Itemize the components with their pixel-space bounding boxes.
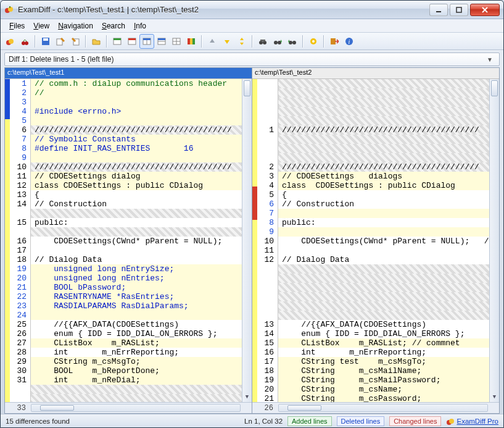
right-path[interactable]: c:\temp\Test\_test2 [252,68,499,79]
code-line[interactable] [278,283,489,292]
code-line[interactable]: { [278,190,489,199]
view-grid-icon[interactable] [170,35,183,48]
code-line[interactable] [278,209,489,218]
view-rainbow-icon[interactable] [184,35,198,48]
code-line[interactable]: // comm.h : dialup communications header [31,79,242,88]
code-line[interactable]: unsigned long nEntries; [31,274,242,283]
code-line[interactable] [278,227,489,237]
code-line[interactable]: // [31,88,242,98]
code-line[interactable]: CString m_csPassword; [278,394,489,402]
code-line[interactable] [278,311,489,320]
folder-icon[interactable] [89,35,103,48]
find-next-icon[interactable] [271,35,284,48]
code-line[interactable]: public: [278,218,489,227]
chevron-down-icon[interactable]: ▼ [484,56,495,63]
code-line[interactable] [31,98,242,107]
code-line[interactable]: CString m_csMsgTo; [31,357,242,366]
gear-yellow-icon[interactable] [307,35,320,48]
code-line[interactable]: // CDOESettings dialog [31,172,242,181]
code-line[interactable] [278,107,489,116]
minimize-button[interactable] [429,4,448,16]
arrow-up-gray-icon[interactable] [205,35,219,48]
arrow-updown-icon[interactable] [235,35,249,48]
code-line[interactable]: RASENTRYNAME *RasEntries; [31,292,242,301]
code-line[interactable]: //{{AFX_DATA(CDOESettings) [278,320,489,329]
right-hscrollbar[interactable] [278,404,488,412]
view-split-vert-icon[interactable] [140,35,154,48]
view-green-icon[interactable] [110,35,124,48]
save-blue-icon[interactable] [39,35,52,48]
close-button[interactable] [470,4,500,16]
code-line[interactable]: class CDOESettings : public CDialog [31,181,242,190]
apple-red-icon[interactable] [3,35,17,48]
code-line[interactable] [31,153,242,162]
binoculars-icon[interactable] [256,35,270,48]
code-line[interactable]: CString test m_csMsgTo; [278,357,489,366]
code-line[interactable] [278,135,489,144]
code-line[interactable]: int m_nErrReporting; [278,348,489,357]
code-line[interactable] [31,227,242,237]
maximize-button[interactable] [450,4,468,16]
code-line[interactable]: CListBox m_RASList; // commnet [278,338,489,348]
code-line[interactable]: //{{AFX_DATA(CDOESettings) [31,320,242,329]
code-line[interactable] [31,246,242,255]
code-line[interactable]: int m_nReDial; [31,376,242,385]
code-line[interactable]: RASDIALPARAMS RasDialParams; [31,301,242,311]
cherry-icon[interactable] [18,35,31,48]
diff-selector[interactable]: Diff 1: Delete lines 1 - 5 (left file) ▼ [4,52,500,66]
code-line[interactable]: BOOL m_bReportDone; [31,366,242,376]
code-line[interactable]: ////////////////////////////////////////… [31,125,242,135]
code-line[interactable] [278,116,489,125]
code-line[interactable] [278,264,489,274]
menu-info[interactable]: Info [130,20,150,31]
menu-view[interactable]: View [30,20,53,31]
left-path[interactable]: c:\temp\Test\_test1 [5,68,252,79]
right-code[interactable]: ////////////////////////////////////////… [278,79,489,402]
code-line[interactable]: // Construction [278,199,489,209]
code-line[interactable] [278,88,489,98]
code-line[interactable] [278,98,489,107]
left-vscrollbar[interactable]: ▲▼ [242,79,252,402]
code-line[interactable]: #include <errno.h> [31,107,242,116]
code-line[interactable] [31,394,242,402]
code-line[interactable]: CDOESettings(CWnd* pParent = NULL); [31,237,242,246]
code-line[interactable]: ////////////////////////////////////////… [31,162,242,172]
arrow-down-yellow-icon[interactable] [220,35,234,48]
right-vscrollbar[interactable]: ▲▼ [489,79,499,402]
code-line[interactable]: // CDOESettings dialogs [278,172,489,181]
edit-right-icon[interactable] [68,35,82,48]
code-line[interactable]: // Dialog Data [31,255,242,264]
info-icon[interactable]: i [342,35,356,48]
code-line[interactable] [278,144,489,153]
menu-search[interactable]: Search [98,20,129,31]
menu-files[interactable]: Files [6,20,28,31]
code-line[interactable]: // Dialog Data [278,255,489,264]
find-prev-icon[interactable] [286,35,299,48]
left-code[interactable]: // comm.h : dialup communications header… [31,79,242,402]
code-line[interactable]: ////////////////////////////////////////… [278,125,489,135]
code-line[interactable]: CString m_csName; [278,385,489,394]
left-hscrollbar[interactable] [31,404,241,412]
code-line[interactable]: ////////////////////////////////////////… [278,162,489,172]
code-line[interactable] [278,292,489,301]
code-line[interactable] [31,116,242,125]
edit-left-icon[interactable] [54,35,67,48]
code-line[interactable]: int m_nErrReporting; [31,348,242,357]
titlebar[interactable]: ExamDiff - c:\temp\Test\_test1 | c:\temp… [1,1,503,19]
code-line[interactable]: enum { IDD = IDD_DIAL_ON_ERRORS }; [278,329,489,338]
code-line[interactable] [278,153,489,162]
code-line[interactable] [31,385,242,394]
code-line[interactable]: BOOL bPassword; [31,283,242,292]
code-line[interactable]: #define INIT_RAS_ENTRIES 16 [31,144,242,153]
code-line[interactable] [278,246,489,255]
code-line[interactable] [278,274,489,283]
code-line[interactable]: // Symbolic Constants [31,135,242,144]
exit-icon[interactable] [328,35,341,48]
code-line[interactable]: public: [31,218,242,227]
examdiff-pro-link[interactable]: ExamDiff Pro [446,417,498,426]
code-line[interactable] [31,311,242,320]
menu-navigation[interactable]: Navigation [54,20,97,31]
code-line[interactable]: unsigned long nEntrySize; [31,264,242,274]
code-line[interactable]: CListBox m_RASList; [31,338,242,348]
code-line[interactable]: CString m_csMailPassword; [278,376,489,385]
